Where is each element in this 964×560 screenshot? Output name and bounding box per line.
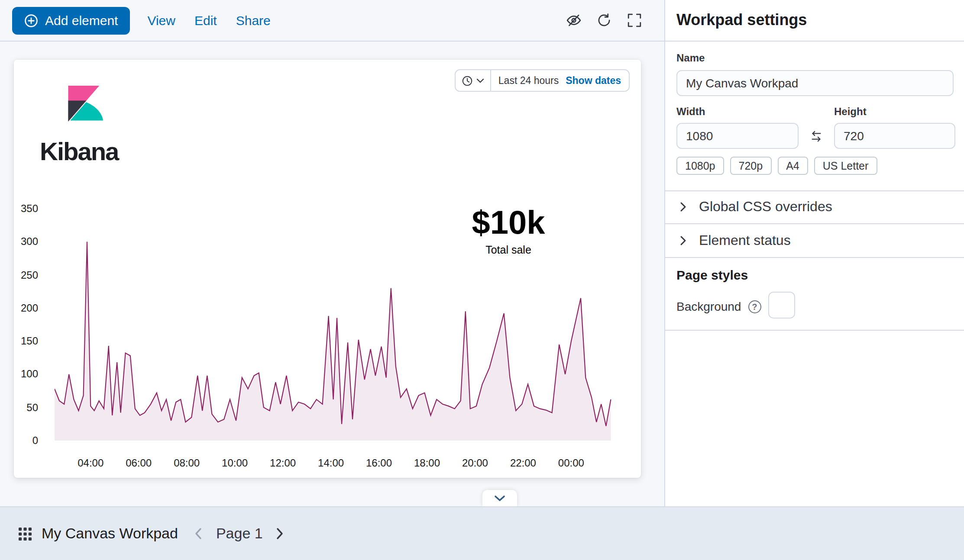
time-range-value[interactable]: Last 24 hours — [492, 75, 566, 86]
y-axis-tick-label: 0 — [14, 434, 38, 447]
metric-element[interactable]: $10k Total sale — [443, 205, 573, 256]
size-presets: 1080p 720p A4 US Letter — [676, 157, 877, 175]
width-input[interactable] — [676, 123, 799, 149]
x-axis-tick-label: 12:00 — [265, 457, 300, 469]
chevron-right-icon — [676, 234, 690, 248]
time-picker: Last 24 hours Show dates — [455, 69, 630, 92]
workpad-settings-sidebar: Workpad settings Name Width Height 1080p… — [664, 0, 964, 506]
y-axis-tick-label: 250 — [14, 269, 38, 281]
divider — [665, 330, 964, 331]
background-color-swatch[interactable] — [768, 292, 795, 319]
workpad-page[interactable]: Kibana Last 24 hours Show dates $10k — [14, 60, 641, 478]
page-styles-title: Page styles — [676, 267, 748, 282]
x-axis-tick-label: 06:00 — [121, 457, 156, 469]
x-axis-tick-label: 22:00 — [506, 457, 540, 469]
x-axis-tick-label: 08:00 — [169, 457, 204, 469]
height-input[interactable] — [834, 123, 955, 149]
top-menu: View Edit Share — [147, 13, 270, 28]
divider — [665, 223, 964, 224]
name-label: Name — [676, 52, 705, 64]
y-axis-tick-label: 100 — [14, 368, 38, 380]
x-axis-tick-label: 04:00 — [73, 457, 108, 469]
background-label: Background — [676, 299, 741, 313]
add-element-label: Add element — [45, 13, 118, 28]
footer-bar: My Canvas Workpad Page 1 — [0, 506, 964, 560]
canvas-area: Kibana Last 24 hours Show dates $10k — [0, 42, 664, 506]
page-manager-grid-icon[interactable] — [17, 526, 33, 541]
preset-1080p-button[interactable]: 1080p — [676, 157, 724, 175]
sidebar-title: Workpad settings — [676, 11, 807, 29]
plus-circle-icon — [24, 13, 38, 27]
global-css-accordion[interactable]: Global CSS overrides — [676, 198, 832, 216]
x-axis-tick-label: 20:00 — [458, 457, 492, 469]
fullscreen-icon[interactable] — [626, 13, 642, 28]
page-tray-collapse-button[interactable] — [482, 490, 517, 506]
canvas-app: Add element View Edit Share — [0, 0, 964, 560]
y-axis-tick-label: 350 — [14, 203, 38, 215]
preset-a4-button[interactable]: A4 — [777, 157, 808, 175]
help-icon[interactable]: ? — [748, 300, 761, 313]
page-navigation: Page 1 — [190, 525, 289, 542]
metric-value: $10k — [443, 205, 573, 241]
y-axis-tick-label: 50 — [14, 401, 38, 413]
metric-label: Total sale — [443, 244, 573, 256]
width-label: Width — [676, 106, 705, 118]
y-axis-tick-label: 150 — [14, 335, 38, 347]
element-status-accordion[interactable]: Element status — [676, 232, 791, 249]
time-quick-select-button[interactable] — [456, 70, 492, 91]
global-css-label: Global CSS overrides — [699, 199, 832, 215]
previous-page-chevron-icon[interactable] — [190, 525, 207, 542]
x-axis-tick-label: 14:00 — [314, 457, 348, 469]
add-element-button[interactable]: Add element — [12, 6, 130, 34]
x-axis-tick-label: 18:00 — [410, 457, 444, 469]
show-dates-button[interactable]: Show dates — [566, 75, 629, 86]
x-axis-tick-label: 00:00 — [554, 457, 589, 469]
sidebar-title-row: Workpad settings — [665, 0, 964, 42]
menu-edit[interactable]: Edit — [194, 13, 217, 28]
preset-us-letter-button[interactable]: US Letter — [814, 157, 877, 175]
x-axis-tick-label: 16:00 — [362, 457, 396, 469]
chevron-down-icon — [477, 77, 485, 84]
swap-dimensions-icon[interactable] — [809, 129, 824, 144]
element-status-label: Element status — [699, 233, 791, 248]
refresh-icon[interactable] — [596, 13, 611, 28]
kibana-logo-icon — [63, 84, 103, 127]
x-axis-tick-label: 10:00 — [217, 457, 252, 469]
divider — [665, 190, 964, 191]
kibana-logo-element[interactable]: Kibana — [40, 84, 152, 179]
chevron-down-icon — [494, 495, 506, 502]
kibana-wordmark: Kibana — [40, 138, 152, 166]
top-toolbar: Add element View Edit Share — [0, 0, 664, 42]
menu-view[interactable]: View — [147, 13, 175, 28]
footer-workpad-name: My Canvas Workpad — [42, 525, 178, 542]
preset-720p-button[interactable]: 720p — [730, 157, 772, 175]
page-label[interactable]: Page 1 — [216, 525, 263, 542]
next-page-chevron-icon[interactable] — [272, 525, 289, 542]
toolbar-icons — [566, 13, 652, 28]
divider — [665, 257, 964, 258]
y-axis-tick-label: 300 — [14, 236, 38, 248]
background-row: Background ? — [676, 299, 761, 313]
clock-icon — [462, 75, 473, 86]
menu-share[interactable]: Share — [236, 13, 271, 28]
chevron-right-icon — [676, 200, 690, 214]
y-axis-tick-label: 200 — [14, 302, 38, 314]
workpad-name-input[interactable] — [676, 70, 954, 96]
height-label: Height — [834, 106, 867, 118]
hide-toolbar-eye-slash-icon[interactable] — [566, 13, 581, 28]
